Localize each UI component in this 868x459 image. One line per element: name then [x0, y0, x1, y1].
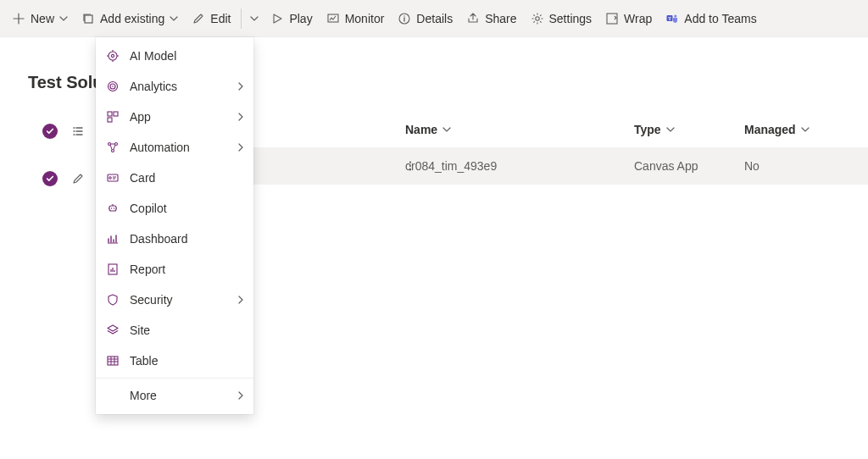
table-row[interactable]: cr084_tim_493e9 Canvas App No [253, 147, 868, 185]
menu-item-ai-model[interactable]: AI Model [96, 41, 253, 71]
site-icon [106, 324, 120, 337]
edit-button[interactable]: Edit [185, 0, 237, 37]
svg-point-11 [108, 52, 117, 60]
chevron-right-icon [236, 293, 245, 307]
svg-point-3 [535, 16, 538, 19]
svg-point-21 [112, 150, 114, 152]
report-icon [106, 263, 120, 276]
menu-item-analytics[interactable]: Analytics [96, 71, 253, 102]
wrap-button[interactable]: Wrap [598, 0, 659, 37]
menu-item-dashboard[interactable]: Dashboard [96, 224, 253, 254]
svg-rect-24 [109, 206, 116, 211]
chevron-right-icon [236, 141, 245, 154]
svg-rect-0 [85, 15, 92, 23]
pencil-icon[interactable] [71, 172, 85, 185]
settings-button[interactable]: Settings [524, 0, 599, 37]
menu-item-app[interactable]: App [96, 102, 253, 132]
copilot-icon [106, 202, 120, 215]
row-select-gutter [42, 119, 85, 191]
share-icon [466, 12, 480, 25]
settings-label: Settings [549, 12, 593, 25]
objects-table: Name Type Managed cr084_tim_493e9 Canvas… [253, 112, 868, 185]
chevron-right-icon [236, 80, 245, 93]
add-existing-icon [81, 12, 95, 25]
shield-icon [106, 293, 120, 307]
chevron-down-icon [442, 125, 451, 134]
automation-icon [106, 141, 120, 154]
monitor-label: Monitor [345, 12, 385, 25]
menu-item-security[interactable]: Security [96, 285, 253, 315]
new-dropdown-menu: AI Model Analytics App Automation Card C… [96, 37, 253, 414]
svg-point-15 [112, 86, 114, 87]
page-title: Test Solu [28, 73, 103, 92]
details-label: Details [416, 12, 453, 25]
menu-item-automation[interactable]: Automation [96, 132, 253, 163]
add-existing-button[interactable]: Add existing [75, 0, 185, 37]
ai-model-icon [106, 49, 120, 63]
edit-label: Edit [210, 12, 231, 25]
add-to-teams-button[interactable]: T Add to Teams [659, 0, 763, 37]
cell-managed: No [744, 159, 760, 173]
cell-type: Canvas App [634, 159, 698, 173]
dashboard-icon [106, 232, 120, 246]
share-button[interactable]: Share [459, 0, 523, 37]
info-icon [398, 12, 411, 25]
chevron-down-icon [59, 14, 68, 23]
svg-point-10 [409, 169, 411, 170]
more-vertical-icon [404, 160, 416, 172]
chevron-down-icon [170, 14, 178, 23]
svg-rect-18 [108, 118, 112, 122]
column-header-managed[interactable]: Managed [744, 123, 829, 136]
toolbar-separator [241, 8, 242, 29]
menu-item-report[interactable]: Report [96, 254, 253, 285]
chevron-down-icon [666, 125, 675, 134]
row-check-icon[interactable] [42, 171, 58, 186]
edit-split-button[interactable] [245, 0, 264, 37]
select-all-check-icon[interactable] [42, 124, 58, 139]
svg-point-20 [115, 143, 118, 146]
app-icon [106, 110, 120, 124]
svg-point-19 [108, 143, 111, 146]
column-header-type[interactable]: Type [634, 123, 744, 136]
chevron-down-icon [801, 125, 810, 134]
new-button[interactable]: New [5, 0, 75, 37]
play-button[interactable]: Play [264, 0, 319, 37]
svg-point-26 [114, 207, 114, 208]
monitor-button[interactable]: Monitor [320, 0, 392, 37]
menu-divider [96, 378, 253, 379]
menu-item-copilot[interactable]: Copilot [96, 193, 253, 224]
column-header-name[interactable]: Name [405, 123, 634, 136]
share-label: Share [485, 12, 516, 25]
menu-item-card[interactable]: Card [96, 163, 253, 193]
svg-text:T: T [668, 15, 671, 20]
add-existing-label: Add existing [100, 12, 164, 25]
play-icon [270, 12, 284, 25]
chevron-right-icon [236, 110, 245, 124]
gear-icon [531, 12, 544, 25]
svg-point-7 [674, 14, 676, 17]
play-label: Play [289, 12, 312, 25]
monitor-icon [326, 12, 340, 25]
table-header: Name Type Managed [253, 112, 868, 147]
svg-point-9 [409, 165, 411, 167]
card-icon [106, 171, 120, 185]
details-button[interactable]: Details [391, 0, 459, 37]
analytics-icon [106, 80, 120, 93]
menu-item-table[interactable]: Table [96, 346, 253, 376]
plus-icon [12, 12, 25, 25]
row-more-button[interactable] [403, 159, 417, 173]
chevron-down-icon [250, 14, 259, 23]
svg-point-25 [111, 207, 112, 208]
svg-rect-17 [114, 112, 118, 116]
svg-rect-28 [108, 357, 118, 365]
new-label: New [31, 12, 54, 25]
svg-point-23 [109, 177, 112, 180]
menu-item-site[interactable]: Site [96, 315, 253, 346]
list-icon[interactable] [71, 124, 85, 138]
svg-point-12 [111, 54, 114, 57]
menu-item-more[interactable]: More [96, 380, 253, 411]
svg-point-8 [409, 162, 411, 163]
svg-rect-1 [328, 14, 338, 22]
command-bar: New Add existing Edit Play Monit [0, 0, 868, 37]
svg-rect-16 [108, 112, 112, 116]
